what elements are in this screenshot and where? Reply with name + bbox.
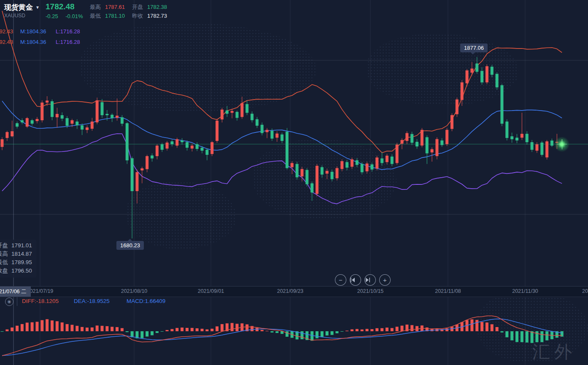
symbol-code: XAUUSD: [4, 13, 25, 19]
current-price-marker: [554, 136, 570, 152]
high-price-value: 1877.06: [464, 45, 484, 51]
stat-最高: 最高1787.61: [90, 3, 125, 11]
change-value: -0.25: [46, 13, 58, 19]
price-chart-canvas[interactable]: [0, 0, 588, 286]
annotation-pointer: [470, 52, 475, 57]
date-label: 2021/09/23: [277, 288, 304, 294]
low-price-value: 1680.23: [120, 242, 140, 249]
date-axis[interactable]: 2021/07/192021/08/102021/09/012021/09/23…: [0, 286, 588, 297]
trading-app: 现货黄金▼ XAUUSD 1782.48 -0.25 -0.01% 最高1787…: [0, 0, 588, 365]
zoom-out-button[interactable]: −: [335, 274, 346, 286]
stat-昨收: 昨收1782.73: [132, 12, 167, 20]
crosshair-ohlc-row: 最高1814.87: [0, 250, 32, 258]
macd-header: ◉ DIFF:-18.1205 DEA:-18.9525 MACD:1.6640…: [0, 296, 588, 307]
boll-values-row: 1892.43M:1804.36L:1716.28: [0, 39, 80, 45]
low-price-annotation: 1680.23: [116, 241, 144, 250]
change-percent: -0.01%: [65, 13, 83, 19]
site-watermark: 汇外网: [532, 340, 588, 365]
price-change: -0.25 -0.01%: [46, 13, 89, 19]
date-label: 2021/07/19: [27, 288, 54, 294]
date-label: 2021/09/01: [198, 288, 224, 294]
stat-最低: 最低1781.10: [90, 12, 125, 20]
date-label: 2021/08/10: [121, 288, 148, 294]
boll-values-row: 1892.43M:1804.36L:1716.28: [0, 28, 80, 35]
symbol-name-label: 现货黄金: [4, 3, 33, 11]
skip-start-icon: [350, 278, 356, 282]
symbol-selector[interactable]: 现货黄金▼: [4, 3, 40, 12]
stat-开盘: 开盘1782.38: [132, 3, 167, 11]
crosshair-ohlc-tooltip: 开盘1791.01最高1814.87最低1789.95收盘1796.50: [0, 240, 36, 278]
crosshair-ohlc-row: 收盘1796.50: [0, 267, 32, 275]
high-price-annotation: 1877.06: [460, 43, 488, 52]
date-label-clipped: 2021/12/21: [582, 288, 588, 294]
chevron-down-icon: ▼: [35, 5, 40, 10]
macd-dea-value: DEA:-18.9525: [74, 298, 110, 304]
skip-end-icon: [365, 278, 370, 282]
minus-icon: −: [339, 276, 343, 284]
indicator-visibility-icon[interactable]: ◉: [5, 297, 13, 306]
date-label: 2021/11/08: [435, 288, 461, 294]
last-price: 1782.48: [46, 2, 75, 11]
crosshair-date-label: 2021/07/06 二: [0, 287, 31, 297]
crosshair-ohlc-row: 开盘1791.01: [0, 241, 32, 250]
annotation-pointer: [127, 236, 132, 241]
crosshair-ohlc-row: 最低1789.95: [0, 258, 32, 267]
plus-icon: +: [383, 276, 387, 284]
divider: [17, 297, 17, 306]
macd-diff-value: DIFF:-18.1205: [22, 298, 59, 304]
skip-to-end-button[interactable]: [364, 274, 376, 286]
zoom-in-button[interactable]: +: [379, 274, 391, 286]
date-label: 2021/11/30: [512, 288, 538, 294]
skip-to-start-button[interactable]: [350, 274, 361, 286]
date-label: 2021/10/15: [357, 288, 384, 294]
macd-value: MACD:1.66409: [127, 298, 165, 304]
